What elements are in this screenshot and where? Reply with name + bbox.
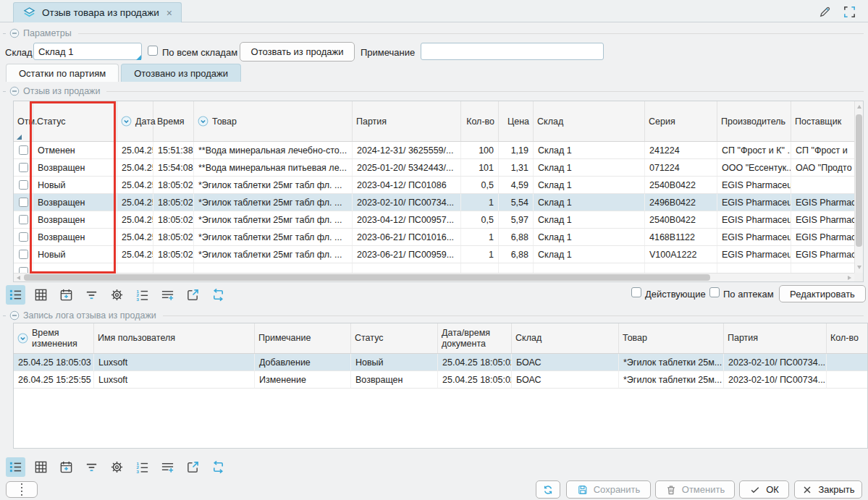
tab-otozvano-iz-prodazhi[interactable]: Отозвано из продажи bbox=[121, 64, 241, 82]
column-filter-icon[interactable] bbox=[198, 116, 208, 127]
scroll-left-arrow[interactable] bbox=[17, 276, 20, 280]
column-header[interactable]: Отм. bbox=[14, 101, 33, 141]
table-cell: 2496B0422 bbox=[645, 194, 717, 211]
check-icon bbox=[749, 484, 761, 496]
grid-view-icon[interactable] bbox=[31, 457, 51, 477]
cancel-button[interactable]: Отменить bbox=[655, 480, 735, 499]
column-header[interactable]: Товар bbox=[194, 101, 353, 141]
document-tab[interactable]: Отзыв товара из продажи × bbox=[13, 2, 182, 22]
table-row[interactable]: Возвращен25.04.2518:05:02*Эгилок таблетк… bbox=[14, 194, 854, 211]
table-cell bbox=[645, 263, 717, 273]
add-row-icon[interactable] bbox=[158, 285, 177, 305]
ok-button[interactable]: ОК bbox=[739, 480, 789, 499]
table-row[interactable] bbox=[14, 263, 854, 273]
table-row[interactable]: Новый25.04.2518:05:02*Эгилок таблетки 25… bbox=[14, 177, 854, 194]
note-input[interactable] bbox=[421, 43, 604, 60]
recall-from-sale-button[interactable]: Отозвать из продажи bbox=[240, 42, 355, 62]
repeat-icon[interactable] bbox=[208, 457, 228, 477]
numbered-list-icon[interactable]: 123 bbox=[132, 285, 152, 305]
table-row[interactable]: Отменен25.04.2515:51:38**Вода минеральна… bbox=[14, 142, 854, 159]
column-header[interactable]: Дата bbox=[117, 101, 153, 141]
tab-close-icon[interactable]: × bbox=[167, 7, 172, 19]
collapse-icon[interactable] bbox=[9, 310, 20, 321]
column-header[interactable]: Склад bbox=[534, 101, 645, 141]
active-only-checkbox[interactable] bbox=[631, 287, 641, 297]
column-header[interactable]: Статус bbox=[351, 323, 438, 353]
column-filter-icon[interactable] bbox=[121, 116, 132, 127]
refresh-button[interactable] bbox=[536, 480, 560, 499]
more-actions-button[interactable] bbox=[6, 481, 38, 498]
scroll-up-arrow[interactable] bbox=[857, 105, 861, 109]
column-header[interactable]: Имя пользователя bbox=[94, 323, 255, 353]
table-row[interactable]: Возвращен25.04.2515:54:08**Вода минераль… bbox=[14, 159, 854, 177]
settings-icon[interactable] bbox=[107, 457, 127, 477]
column-header[interactable]: Товар bbox=[619, 323, 724, 353]
close-button[interactable]: Закрыть bbox=[794, 480, 862, 499]
vertical-scroll-thumb[interactable] bbox=[856, 114, 862, 247]
column-filter-icon[interactable] bbox=[17, 333, 28, 344]
table-row[interactable]: 25.04.25 18:05:03LuxsoftДобавлениеНовый2… bbox=[14, 354, 867, 371]
row-checkbox[interactable] bbox=[19, 163, 28, 172]
repeat-icon[interactable] bbox=[208, 285, 228, 305]
filter-icon[interactable] bbox=[82, 457, 101, 477]
calendar-add-icon[interactable] bbox=[56, 457, 76, 477]
column-header[interactable]: Статус bbox=[33, 101, 117, 141]
column-header[interactable]: Кол-во bbox=[827, 323, 867, 353]
column-header[interactable]: Цена bbox=[499, 101, 534, 141]
collapse-icon[interactable] bbox=[9, 28, 20, 38]
filter-icon[interactable] bbox=[82, 285, 101, 305]
save-button[interactable]: Сохранить bbox=[566, 480, 651, 499]
tab-ostatki-po-partiyam[interactable]: Остатки по партиям bbox=[6, 64, 119, 82]
table-row[interactable]: Новый25.04.2518:05:02*Эгилок таблетки 25… bbox=[14, 246, 854, 263]
list-view-icon[interactable] bbox=[6, 457, 25, 477]
column-header[interactable]: Склад bbox=[512, 323, 619, 353]
column-header[interactable]: Дата/время документа bbox=[438, 323, 512, 353]
horizontal-scroll-thumb[interactable] bbox=[24, 274, 710, 281]
column-header[interactable]: Кол-во bbox=[461, 101, 499, 141]
fullscreen-icon[interactable] bbox=[843, 5, 856, 19]
column-header[interactable]: Партия bbox=[724, 323, 827, 353]
column-header[interactable]: Серия bbox=[645, 101, 717, 141]
table-row[interactable]: Возвращен25.04.2518:05:02*Эгилок таблетк… bbox=[14, 211, 854, 229]
table-cell: EGIS Pharmac bbox=[791, 229, 854, 245]
calendar-add-icon[interactable] bbox=[56, 285, 76, 305]
vertical-scrollbar[interactable] bbox=[854, 101, 863, 273]
column-header[interactable]: Время bbox=[153, 101, 194, 141]
table-cell: 071224 bbox=[645, 159, 717, 176]
view-tabs: Остатки по партиям Отозвано из продажи bbox=[6, 64, 241, 82]
table-row[interactable]: 26.04.25 15:25:55LuxsoftИзменениеВозвращ… bbox=[14, 371, 867, 389]
add-row-icon[interactable] bbox=[158, 457, 177, 477]
table-cell: 5,97 bbox=[499, 211, 534, 228]
warehouse-input[interactable] bbox=[33, 43, 142, 60]
grid-view-icon[interactable] bbox=[31, 285, 51, 305]
row-checkbox[interactable] bbox=[19, 198, 28, 207]
horizontal-scrollbar[interactable] bbox=[14, 273, 854, 281]
settings-icon[interactable] bbox=[107, 285, 127, 305]
edit-button[interactable]: Редактировать bbox=[779, 285, 866, 302]
column-header[interactable]: Примечание bbox=[255, 323, 351, 353]
column-header[interactable]: Производитель bbox=[717, 101, 791, 141]
list-view-icon[interactable] bbox=[6, 285, 25, 305]
all-warehouses-label: По всем складам bbox=[162, 47, 237, 58]
row-checkbox[interactable] bbox=[19, 145, 28, 155]
column-header[interactable]: Поставщик bbox=[791, 101, 854, 141]
by-pharmacies-checkbox[interactable] bbox=[709, 287, 720, 297]
collapse-icon[interactable] bbox=[9, 86, 20, 96]
row-checkbox[interactable] bbox=[19, 180, 28, 190]
open-external-icon[interactable] bbox=[183, 457, 203, 477]
column-header[interactable]: Время изменения bbox=[14, 323, 94, 353]
row-checkbox[interactable] bbox=[19, 232, 28, 242]
column-header[interactable]: Партия bbox=[353, 101, 461, 141]
scroll-right-arrow[interactable] bbox=[848, 276, 851, 280]
table-row[interactable]: Возвращен25.04.2518:05:02*Эгилок таблетк… bbox=[14, 229, 854, 246]
edit-pencil-icon[interactable] bbox=[818, 5, 832, 19]
open-external-icon[interactable] bbox=[183, 285, 203, 305]
all-warehouses-checkbox[interactable] bbox=[148, 46, 158, 56]
table-cell: Склад 1 bbox=[534, 177, 645, 193]
row-checkbox[interactable] bbox=[19, 250, 28, 259]
column-label: Имя пользователя bbox=[98, 333, 175, 343]
row-checkbox[interactable] bbox=[19, 267, 28, 273]
row-checkbox[interactable] bbox=[19, 215, 28, 224]
scroll-down-arrow[interactable] bbox=[857, 266, 861, 269]
numbered-list-icon[interactable]: 123 bbox=[132, 457, 152, 477]
